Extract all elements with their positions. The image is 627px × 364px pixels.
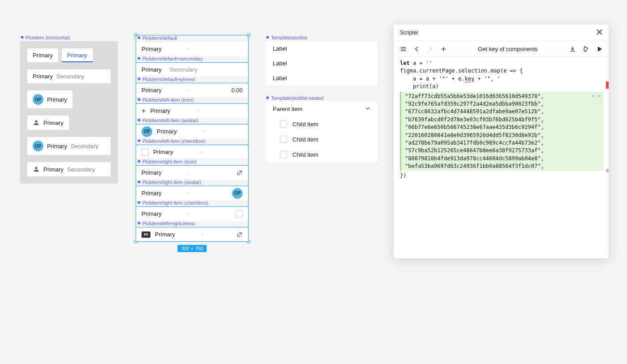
indicator-dot: · (202, 232, 203, 237)
pickitem-row: Primary Primary (27, 48, 111, 62)
person-icon (33, 119, 40, 126)
primary-text: Primary (142, 190, 162, 197)
output-line: "57c9ba52b125265ce48647b8ee6a38f9275733a… (405, 147, 600, 154)
code-line: }) (400, 172, 609, 180)
primary-text: Primary (155, 231, 175, 238)
indicator-dot: · (200, 150, 202, 154)
pinned-value: 0.00 (232, 87, 243, 94)
component-label: Pickitem/right-item (avatar) (136, 180, 248, 185)
scripter-panel: Scripter Get key of components let a = '… (394, 25, 609, 258)
checkbox[interactable] (280, 151, 287, 158)
chevron-down-icon (365, 106, 370, 112)
pickitem-variant[interactable]: OPPrimary· (136, 124, 248, 138)
download-icon[interactable] (567, 44, 577, 54)
component-label: Template/picklist-nested (266, 95, 378, 101)
primary-text: Primary (142, 210, 162, 217)
component-icon (20, 36, 24, 40)
close-icon[interactable] (597, 29, 602, 36)
svg-rect-7 (137, 160, 141, 163)
clear-icon[interactable] (581, 44, 591, 54)
selection-handle[interactable] (247, 34, 250, 36)
output-close-icon[interactable]: × (597, 93, 601, 100)
run-icon[interactable] (594, 44, 604, 54)
menu-icon[interactable] (398, 44, 408, 54)
pickitem[interactable]: PrimarySecondary (27, 162, 111, 176)
pickitem[interactable]: OP PrimarySecondary (27, 137, 111, 155)
pickitem[interactable]: Primary (27, 116, 69, 130)
component-label-text: Template/picklist (271, 35, 307, 40)
svg-rect-2 (137, 57, 141, 60)
pickitem-variant[interactable]: Primary· (136, 42, 248, 56)
output-line: "befa53ba9697d63c24936f1bb0a88564f3f1dc0… (405, 163, 600, 170)
output-line: "677cc8632afbc4d74448591a2dfabe9ae07e512… (405, 108, 600, 116)
indicator-dot: · (204, 129, 205, 134)
component-label: Pickitem/default (136, 35, 248, 41)
list-item[interactable]: Label (266, 71, 378, 86)
pickitem[interactable]: PrimarySecondary (27, 69, 111, 83)
script-title[interactable]: Get key of components (452, 46, 564, 52)
code-line: a = a + '"' + e.key + '", ' (400, 75, 609, 83)
external-link-icon[interactable] (236, 231, 243, 238)
pickitem[interactable]: Primary (27, 48, 58, 62)
output-add-icon[interactable]: + (592, 93, 595, 100)
parent-item-row[interactable]: Parent item (266, 102, 378, 116)
indicator-dot: · (189, 171, 190, 175)
checkbox[interactable] (236, 210, 243, 218)
child-item[interactable]: Child item (266, 116, 378, 132)
indicator-dot: · (189, 47, 190, 51)
component-icon (266, 36, 270, 40)
component-label: Pickitem/right-item (checkbox) (136, 200, 248, 206)
component-label: Pickitem/left-item (avatar) (136, 118, 248, 123)
component-label: Pickitem/default+secondary (136, 56, 248, 61)
primary-text: Primary (142, 66, 162, 73)
output-line: "06b77e6e650b566745238e67aae435d3b6c9294… (405, 124, 600, 131)
external-link-icon[interactable] (236, 170, 243, 176)
svg-marker-20 (597, 46, 601, 51)
child-item[interactable]: Child item (266, 132, 378, 147)
output-line: "80879818b4fde913da978cc44604dc5899ab04e… (405, 155, 600, 163)
checkbox[interactable] (142, 149, 149, 156)
svg-rect-6 (137, 139, 141, 142)
scroll-marker (606, 169, 609, 172)
person-icon (33, 166, 40, 173)
svg-rect-5 (137, 119, 141, 122)
svg-rect-4 (137, 98, 141, 101)
code-line: figma.currentPage.selection.map(e => { (400, 67, 609, 75)
pickitem-variant[interactable]: ESPrimary· (136, 227, 248, 241)
template-picklist: Template/picklist LabelLabelLabel (266, 35, 378, 86)
pickitem-variants-selection[interactable]: Pickitem/defaultPrimary·Pickitem/default… (136, 35, 249, 242)
checkbox[interactable] (280, 136, 287, 143)
pickitem-variant[interactable]: Primary· (136, 206, 248, 221)
svg-rect-12 (266, 96, 270, 99)
primary-text: Primary (157, 128, 177, 135)
pickitem-variant[interactable]: Primary·OP (136, 186, 248, 200)
child-item[interactable]: Child item (266, 147, 378, 162)
checkbox[interactable] (280, 120, 287, 128)
list-item[interactable]: Label (266, 56, 378, 71)
output-block: +× "72aff73cdb55a5b6e53de1016d6365610d54… (400, 92, 603, 171)
primary-text: Primary (153, 149, 173, 155)
component-label: Pickitem/left+right-items (136, 221, 248, 226)
pickitem[interactable]: OP Primary (27, 90, 73, 108)
svg-rect-3 (137, 77, 141, 81)
code-editor[interactable]: let a = ''figma.currentPage.selection.ma… (394, 57, 609, 258)
pickitem-variant[interactable]: Primary·0.00 (136, 83, 248, 97)
add-icon[interactable] (438, 44, 448, 54)
pickitem-active[interactable]: Primary (62, 48, 93, 62)
pickitem-variant[interactable]: Primary· (136, 165, 248, 180)
selection-handle[interactable] (134, 34, 137, 36)
svg-rect-1 (137, 36, 141, 39)
es-badge: ES (142, 231, 150, 238)
primary-text: Primary (142, 87, 162, 94)
pickitem-variant[interactable]: +Primary· (136, 103, 248, 118)
plus-icon: + (142, 107, 146, 115)
primary-text: Primary (142, 46, 162, 52)
list-item[interactable]: Label (266, 41, 378, 56)
forward-icon (425, 44, 435, 54)
svg-rect-0 (21, 36, 24, 39)
pickitem-variant[interactable]: PrimarySecondary (136, 62, 248, 77)
dimensions-badge: 300 × 760 (177, 245, 206, 252)
pickitem-variant[interactable]: Primary· (136, 145, 248, 159)
scripter-header: Scripter (394, 25, 609, 41)
back-icon[interactable] (412, 44, 421, 54)
